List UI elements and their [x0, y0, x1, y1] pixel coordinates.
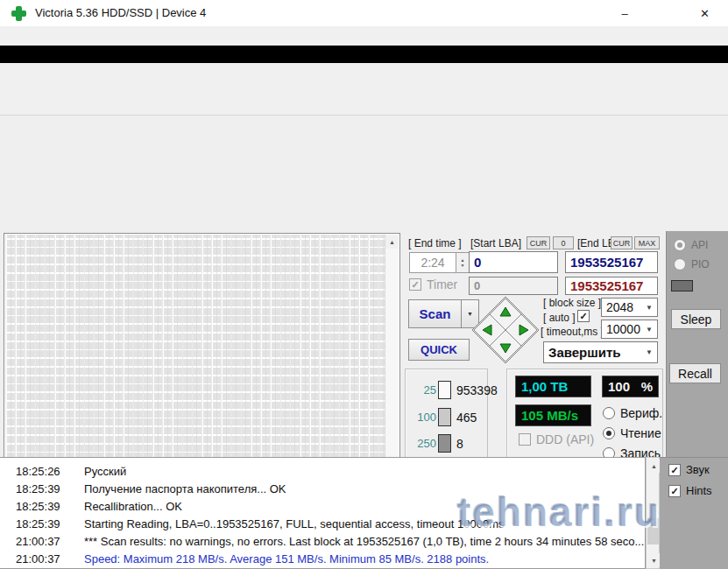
- timeout-label: [ timeout,ms ]: [541, 326, 604, 338]
- verify-radio-icon: [603, 407, 615, 419]
- title-bar: Victoria 5.36 HDD/SSD | Device 4 – ✕: [0, 0, 728, 26]
- timer-checkbox-icon: ✓: [409, 278, 421, 291]
- pio-radio-icon: [674, 258, 686, 270]
- close-button[interactable]: ✕: [683, 0, 726, 26]
- counter-swatch: [438, 434, 451, 453]
- read-label: Чтение: [620, 426, 661, 440]
- start-lba-label: [Start LBA]: [470, 237, 521, 249]
- log-time: 18:25:26: [16, 465, 70, 478]
- log-time: 21:00:37: [16, 535, 70, 548]
- log-text: Starting Reading, LBA=0..1953525167, FUL…: [84, 517, 505, 530]
- timeout-select[interactable]: 10000 ▼: [601, 320, 658, 339]
- ddd-api-checkbox[interactable]: DDD (API): [519, 432, 594, 446]
- log-time: 18:25:39: [16, 517, 70, 530]
- log-time: 18:25:39: [16, 500, 70, 513]
- app-green-cross-icon: [11, 6, 26, 21]
- chevron-down-icon: ▼: [646, 304, 653, 312]
- verify-label: Вериф.: [620, 406, 662, 420]
- percent-unit: %: [641, 379, 653, 394]
- api-radio-label: API: [691, 239, 708, 251]
- device-info-bar: WDC WD10EZEX-00BBHA0 SN: WD-WCC6Y0SN82JP…: [0, 46, 728, 63]
- current-lba-field: 1953525167: [565, 277, 658, 295]
- scan-button[interactable]: Scan: [408, 299, 462, 328]
- percent-lcd: 100 %: [602, 376, 659, 397]
- auto-checkbox-icon: ✓: [577, 310, 590, 322]
- counter-label: 25: [408, 383, 436, 397]
- log-text: Получение паспорта накопителя... OK: [84, 482, 286, 495]
- navigation-diamond: [471, 296, 540, 364]
- scroll-up-icon[interactable]: ▲: [385, 235, 399, 249]
- pio-radio[interactable]: PIO: [674, 258, 710, 270]
- counter-value: 8: [456, 437, 463, 451]
- end-lba-cur-button[interactable]: CUR: [611, 236, 633, 249]
- log-entry: 21:00:37 Speed: Maximum 218 MB/s. Averag…: [0, 550, 645, 567]
- log-time: 18:25:39: [16, 482, 70, 495]
- block-size-value: 2048: [606, 300, 633, 314]
- ddd-checkbox-icon: [519, 433, 531, 446]
- chevron-down-icon: ▼: [646, 348, 653, 356]
- read-mode-radio[interactable]: Чтение: [603, 426, 661, 440]
- verify-mode-radio[interactable]: Вериф.: [603, 406, 662, 420]
- end-time-spinner[interactable]: ▲ ▼: [456, 252, 470, 273]
- minimize-button[interactable]: –: [604, 0, 645, 26]
- capacity-lcd: 1,00 TB: [515, 376, 591, 397]
- percent-value: 100: [608, 379, 630, 394]
- quick-button[interactable]: QUICK: [408, 339, 470, 361]
- scroll-down-icon[interactable]: ▼: [647, 553, 661, 567]
- scroll-up-icon[interactable]: ▲: [647, 459, 661, 473]
- log-entry: 18:25:26 Русский: [0, 462, 645, 480]
- block-size-label: [ block size ]: [543, 297, 601, 309]
- start-lba-input[interactable]: 0: [469, 251, 558, 273]
- log-text: Recallibration... OK: [84, 500, 182, 513]
- counter-swatch: [438, 408, 451, 426]
- end-lba-max-button[interactable]: MAX: [634, 236, 660, 249]
- read-radio-icon: [603, 427, 615, 439]
- timer-label: Timer: [427, 277, 457, 292]
- log-text-speed: Speed: Maximum 218 MB/s. Average 151 MB/…: [84, 552, 489, 565]
- hints-checkbox-icon: ✓: [668, 485, 681, 497]
- recall-button[interactable]: Recall: [669, 363, 721, 383]
- auto-label: [ auto ]: [543, 312, 576, 324]
- log-text: Русский: [84, 465, 126, 478]
- auto-checkbox[interactable]: ✓: [577, 310, 590, 322]
- api-radio-icon: [674, 239, 686, 251]
- chevron-down-icon: ▼: [646, 326, 653, 334]
- sound-label: Звук: [686, 463, 710, 476]
- end-time-field[interactable]: 2:24: [409, 252, 456, 273]
- sound-checkbox-icon: ✓: [668, 464, 681, 476]
- log-time: 21:00:37: [16, 552, 70, 565]
- timeout-value: 10000: [606, 322, 640, 336]
- sound-checkbox[interactable]: ✓ Звук: [668, 463, 710, 476]
- timer-value-field: 0: [469, 277, 558, 295]
- menu-bar: Меню Сервис Действия Language Настройки …: [0, 26, 728, 46]
- end-lba-input[interactable]: 1953525167: [565, 251, 658, 273]
- hints-checkbox[interactable]: ✓ Hints: [668, 484, 712, 497]
- close-icon: ✕: [700, 7, 710, 20]
- activity-led: [671, 280, 693, 292]
- speed-lcd: 105 MB/s: [515, 404, 591, 426]
- window-title: Victoria 5.36 HDD/SSD | Device 4: [35, 6, 206, 19]
- counter-label: 100: [408, 411, 436, 424]
- counter-swatch: [438, 381, 451, 399]
- toolbar: i Инфо S.M.A.R.T Журналы Тестирование 01…: [0, 63, 728, 116]
- hints-label: Hints: [686, 484, 712, 497]
- api-radio[interactable]: API: [674, 239, 708, 251]
- timer-checkbox[interactable]: ✓ Timer: [409, 277, 457, 292]
- minimize-icon: –: [621, 7, 627, 20]
- log-text: *** Scan results: no warnings, no errors…: [84, 535, 644, 548]
- main-area: ▲ ▼ API PIO Sleep Recall WR RD Passp [ E…: [0, 116, 728, 457]
- end-time-label: [ End time ]: [408, 237, 462, 249]
- counter-value: 953398: [456, 383, 498, 397]
- watermark: tehnari.ru: [457, 488, 661, 536]
- start-lba-cur-button[interactable]: CUR: [527, 236, 550, 249]
- victoria-window: Victoria 5.36 HDD/SSD | Device 4 – ✕ Мен…: [0, 0, 728, 569]
- finish-action-value: Завершить: [548, 345, 621, 360]
- counter-value: 465: [456, 411, 477, 425]
- pio-radio-label: PIO: [691, 258, 710, 270]
- ddd-label: DDD (API): [536, 432, 594, 446]
- block-size-select[interactable]: 2048 ▼: [601, 298, 658, 317]
- sleep-button[interactable]: Sleep: [671, 309, 721, 329]
- spin-down-icon[interactable]: ▼: [461, 263, 465, 268]
- finish-action-select[interactable]: Завершить ▼: [543, 341, 658, 363]
- start-lba-zero-button[interactable]: 0: [553, 236, 574, 249]
